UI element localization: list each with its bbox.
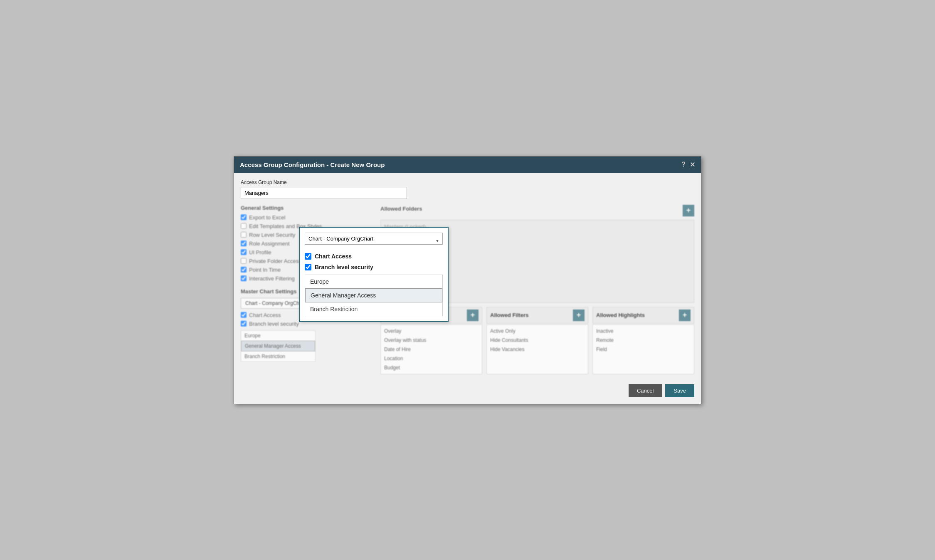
view-location[interactable]: Location [381, 354, 482, 363]
list-item-europe[interactable]: Europe [241, 331, 315, 341]
popup-select-wrapper: Chart - Company OrgChart [305, 233, 443, 249]
titlebar: Access Group Configuration - Create New … [234, 157, 701, 173]
main-content: Access Group Name General Settings Expor… [234, 173, 701, 404]
view-budget[interactable]: Budget [381, 363, 482, 372]
master-list-box: Europe General Manager Access Branch Res… [241, 330, 316, 362]
allowed-filters-title: Allowed Filters [490, 312, 528, 318]
view-overlay[interactable]: Overlay [381, 327, 482, 336]
allowed-highlights-header: Allowed Highlights + [592, 307, 694, 324]
allowed-filters-header: Allowed Filters + [486, 307, 588, 324]
highlight-field[interactable]: Field [593, 345, 694, 354]
list-item-branch-restriction[interactable]: Branch Restriction [241, 351, 315, 361]
popup-chart-select[interactable]: Chart - Company OrgChart [305, 233, 443, 245]
checkbox-export-excel[interactable]: Export to Excel [241, 214, 374, 221]
popup-branch-security-checkbox[interactable]: Branch level security [305, 264, 443, 270]
close-icon[interactable]: ✕ [690, 161, 695, 169]
popup-list: Europe General Manager Access Branch Res… [305, 275, 443, 316]
view-overlay-status[interactable]: Overlay with status [381, 336, 482, 345]
view-date-hire[interactable]: Date of Hire [381, 345, 482, 354]
cancel-button[interactable]: Cancel [629, 384, 662, 397]
allowed-highlights-list: Inactive Remote Field [592, 324, 694, 374]
access-group-name-label: Access Group Name [241, 179, 694, 185]
popup-list-europe[interactable]: Europe [305, 275, 442, 288]
help-icon[interactable]: ? [681, 161, 686, 169]
dropdown-popup: Chart - Company OrgChart Chart Access Br… [299, 227, 449, 322]
allowed-folders-header: Allowed Folders + [380, 205, 694, 216]
highlight-inactive[interactable]: Inactive [593, 327, 694, 336]
footer-buttons: Cancel Save [241, 381, 694, 397]
allowed-highlights-title: Allowed Highlights [596, 312, 645, 318]
allowed-views-list: Overlay Overlay with status Date of Hire… [380, 324, 482, 374]
main-window: Access Group Configuration - Create New … [234, 156, 701, 404]
popup-list-gm-access[interactable]: General Manager Access [305, 288, 442, 302]
general-settings-title: General Settings [241, 205, 374, 211]
allowed-filters-col: Allowed Filters + Active Only Hide Consu… [486, 307, 588, 374]
filter-hide-consultants[interactable]: Hide Consultants [487, 336, 588, 345]
add-filter-button[interactable]: + [573, 309, 585, 321]
save-button[interactable]: Save [665, 384, 694, 397]
access-group-name-input[interactable] [241, 187, 407, 199]
popup-branch-security-label: Branch level security [315, 264, 373, 270]
allowed-highlights-col: Allowed Highlights + Inactive Remote Fie… [592, 307, 694, 374]
access-group-name-field: Access Group Name [241, 179, 694, 199]
window-title: Access Group Configuration - Create New … [240, 161, 385, 168]
list-item-gm-access[interactable]: General Manager Access [241, 341, 315, 351]
popup-list-branch-restriction[interactable]: Branch Restriction [305, 302, 442, 316]
add-highlight-button[interactable]: + [679, 309, 691, 321]
highlight-remote[interactable]: Remote [593, 336, 694, 345]
popup-chart-access-label: Chart Access [315, 253, 352, 260]
filter-hide-vacancies[interactable]: Hide Vacancies [487, 345, 588, 354]
allowed-folders-title: Allowed Folders [380, 206, 422, 212]
add-view-button[interactable]: + [467, 309, 479, 321]
add-folder-button[interactable]: + [683, 205, 694, 216]
filter-active-only[interactable]: Active Only [487, 327, 588, 336]
allowed-filters-list: Active Only Hide Consultants Hide Vacanc… [486, 324, 588, 374]
popup-chart-access-checkbox[interactable]: Chart Access [305, 253, 443, 260]
titlebar-controls: ? ✕ [681, 161, 695, 169]
